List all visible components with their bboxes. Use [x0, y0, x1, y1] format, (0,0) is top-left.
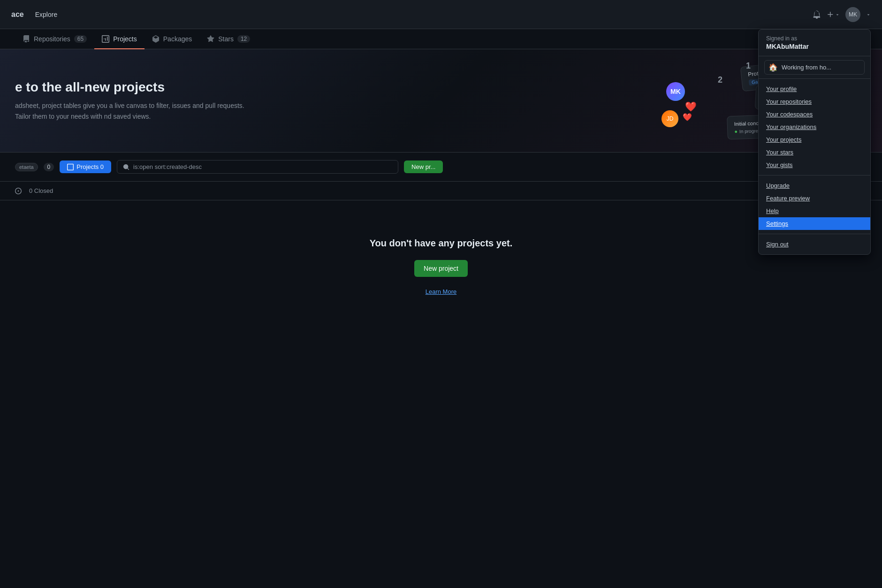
tab-stars[interactable]: Stars 12 — [199, 30, 258, 49]
dropdown-item-codespaces[interactable]: Your codespaces — [759, 108, 870, 121]
dropdown-item-stars[interactable]: Your stars — [759, 146, 870, 159]
new-project-toolbar-button[interactable]: New pr... — [404, 160, 443, 173]
profile-tabs: Repositories 65 Projects Packages Stars … — [0, 29, 882, 49]
filter-bar: 0 Closed S... — [0, 182, 882, 200]
user-dropdown-menu: Signed in as MKAbuMattar 🏠 Working from … — [758, 29, 871, 255]
status-emoji: 🏠 — [768, 63, 778, 72]
dropdown-item-repositories[interactable]: Your repositories — [759, 95, 870, 108]
dropdown-status-section: 🏠 Working from ho... — [759, 56, 870, 79]
dropdown-item-gists[interactable]: Your gists — [759, 159, 870, 171]
status-text: Working from ho... — [782, 64, 831, 71]
projects-btn-icon — [67, 164, 74, 170]
dropdown-header: Signed in as MKAbuMattar — [759, 30, 870, 56]
dropdown-primary-section: Your profile Your repositories Your code… — [759, 79, 870, 176]
new-project-empty-button[interactable]: New project — [414, 260, 468, 277]
avatar-chevron-icon — [866, 12, 871, 17]
header: ace Explore MK — [0, 0, 882, 29]
beta-badge: etaeta — [15, 163, 38, 171]
dropdown-item-help[interactable]: Help — [759, 205, 870, 217]
dropdown-item-projects[interactable]: Your projects — [759, 133, 870, 146]
chevron-down-icon — [835, 12, 840, 17]
header-actions: MK — [813, 7, 871, 22]
dropdown-item-upgrade[interactable]: Upgrade — [759, 179, 870, 192]
create-new-dropdown[interactable] — [827, 11, 840, 18]
tab-repositories[interactable]: Repositories 65 — [15, 30, 94, 49]
hero-banner: e to the all-new projects adsheet, proje… — [0, 49, 882, 153]
search-input-container[interactable]: is:open sort:created-desc — [117, 160, 398, 174]
dropdown-signout-section: Sign out — [759, 234, 870, 254]
repo-icon — [23, 35, 30, 43]
open-count-badge: 0 — [44, 163, 54, 171]
search-placeholder: is:open sort:created-desc — [133, 163, 202, 170]
dropdown-item-profile[interactable]: Your profile — [759, 83, 870, 95]
signed-in-as-label: Signed in as — [766, 35, 863, 42]
learn-more-link[interactable]: Learn More — [426, 288, 456, 295]
tab-projects-label: Projects — [113, 35, 137, 43]
hero-description: adsheet, project tables give you a live … — [15, 100, 250, 122]
tab-repositories-label: Repositories — [34, 35, 70, 43]
tab-projects[interactable]: Projects — [94, 30, 144, 49]
hero-title: e to the all-new projects — [15, 80, 250, 95]
header-nav: Explore — [31, 9, 805, 20]
tab-packages-label: Packages — [163, 35, 192, 43]
open-icon — [15, 188, 22, 194]
notifications-bell-icon[interactable] — [813, 9, 821, 19]
dropdown-item-feature-preview[interactable]: Feature preview — [759, 192, 870, 205]
repositories-count: 65 — [74, 35, 87, 43]
empty-state: You don't have any projects yet. New pro… — [0, 200, 882, 333]
stars-icon — [207, 35, 214, 43]
hero-content: e to the all-new projects adsheet, proje… — [15, 80, 250, 122]
stars-count: 12 — [237, 35, 250, 43]
user-avatar[interactable]: MK — [845, 7, 860, 22]
closed-count-label: 0 Closed — [29, 187, 53, 194]
nav-explore[interactable]: Explore — [31, 9, 61, 20]
dropdown-username: MKAbuMattar — [766, 43, 863, 50]
dropdown-item-organizations[interactable]: Your organizations — [759, 121, 870, 133]
dropdown-item-signout[interactable]: Sign out — [759, 238, 870, 251]
projects-icon — [102, 35, 109, 43]
empty-title: You don't have any projects yet. — [370, 238, 512, 249]
projects-toolbar: etaeta 0 Projects 0 is:open sort:created… — [0, 153, 882, 182]
dropdown-secondary-section: Upgrade Feature preview Help Settings — [759, 176, 870, 234]
search-icon — [123, 164, 129, 170]
projects-btn-label: Projects 0 — [76, 163, 104, 170]
tab-packages[interactable]: Packages — [144, 30, 199, 49]
packages-icon — [152, 35, 160, 43]
status-item[interactable]: 🏠 Working from ho... — [764, 60, 865, 75]
projects-filter-button[interactable]: Projects 0 — [60, 160, 111, 173]
brand-left: ace — [11, 10, 24, 19]
dropdown-item-settings[interactable]: Settings — [759, 217, 870, 230]
tab-stars-label: Stars — [218, 35, 234, 43]
